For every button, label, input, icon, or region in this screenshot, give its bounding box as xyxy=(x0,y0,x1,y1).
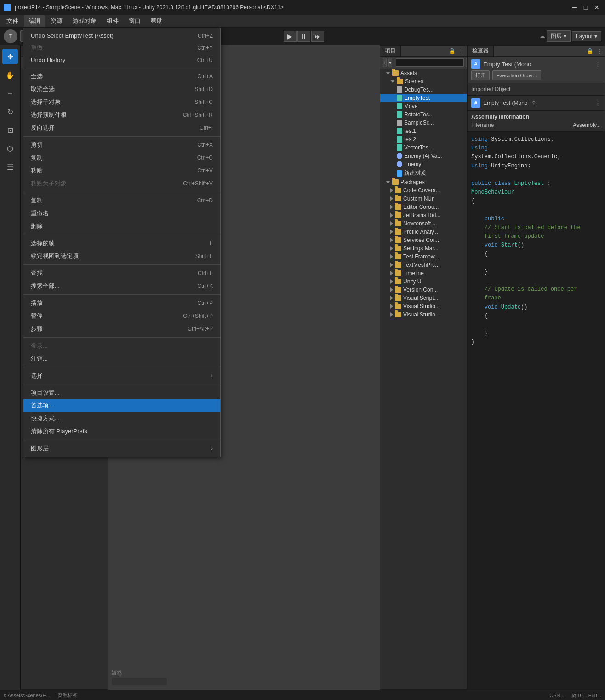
inspector-open-button[interactable]: 打开 xyxy=(471,70,490,80)
menu-window[interactable]: 窗口 xyxy=(124,15,145,27)
layout-dropdown[interactable]: Layout ▾ xyxy=(572,31,601,41)
inspector-tab[interactable]: 检查器 xyxy=(468,46,494,56)
project-scenes-folder[interactable]: Scenes xyxy=(380,77,467,86)
project-down-btn[interactable]: ▾ xyxy=(388,58,392,67)
menu-help[interactable]: 帮助 xyxy=(146,15,167,27)
menu-clear-playerprefs[interactable]: 清除所有 PlayerPrefs xyxy=(23,425,220,438)
project-profileanalyzer[interactable]: Profile Analy... xyxy=(380,228,467,236)
menu-gameobject[interactable]: 游戏对象 xyxy=(68,15,101,27)
project-lock-icon[interactable]: 🔒 xyxy=(447,48,457,54)
project-testframework[interactable]: Test Framew... xyxy=(380,252,467,261)
menu-shortcuts[interactable]: 快捷方式... xyxy=(23,412,220,425)
visualstudio1-triangle[interactable] xyxy=(390,304,393,309)
game-scrollbar[interactable] xyxy=(112,678,167,685)
project-enemy[interactable]: Enemy xyxy=(380,160,467,168)
project-textmesh[interactable]: TextMeshPrc... xyxy=(380,261,467,269)
codecoverage-triangle[interactable] xyxy=(390,188,393,193)
minimize-button[interactable]: ─ xyxy=(570,3,579,12)
unityui-triangle[interactable] xyxy=(390,279,393,284)
project-services[interactable]: Services Cor... xyxy=(380,236,467,244)
project-settings[interactable]: Settings Mar... xyxy=(380,244,467,252)
visualstudio2-triangle[interactable] xyxy=(390,312,393,317)
project-assets-folder[interactable]: Assets xyxy=(380,69,467,77)
inspector-execution-order-button[interactable]: Execution Order... xyxy=(492,70,541,80)
project-search[interactable] xyxy=(396,58,464,67)
menu-project-settings[interactable]: 项目设置... xyxy=(23,386,220,399)
project-tab[interactable]: 项目 xyxy=(380,46,401,56)
step-button[interactable]: ⏭ xyxy=(311,31,324,42)
menu-frame-selected[interactable]: 选择的帧 F xyxy=(23,237,220,250)
tool-hand[interactable]: ✋ xyxy=(2,67,18,83)
project-editorcorou[interactable]: Editor Corou... xyxy=(380,203,467,211)
menu-duplicate[interactable]: 复制 Ctrl+D xyxy=(23,194,220,207)
menu-lock-view[interactable]: 锁定视图到选定项 Shift+F xyxy=(23,250,220,263)
project-add-btn[interactable]: + xyxy=(383,58,387,67)
close-button[interactable]: ✕ xyxy=(592,3,601,12)
project-test1[interactable]: test1 xyxy=(380,127,467,135)
menu-undo-history[interactable]: Undo History Ctrl+U xyxy=(23,54,220,66)
jetbrains-triangle[interactable] xyxy=(390,213,393,218)
tool-rotate[interactable]: ↻ xyxy=(2,104,18,120)
project-timeline[interactable]: Timeline xyxy=(380,269,467,277)
project-packages-folder[interactable]: Packages xyxy=(380,178,467,186)
project-codecoverage[interactable]: Code Covera... xyxy=(380,186,467,195)
menu-pause[interactable]: 暂停 Ctrl+Shift+P xyxy=(23,310,220,322)
packages-triangle[interactable] xyxy=(386,181,390,184)
menu-file[interactable]: 文件 xyxy=(2,15,23,27)
scenes-triangle[interactable] xyxy=(390,80,395,83)
project-visualscript[interactable]: Visual Script... xyxy=(380,294,467,302)
settings-triangle[interactable] xyxy=(390,246,393,251)
menu-component[interactable]: 组件 xyxy=(102,15,123,27)
menu-search-all[interactable]: 搜索全部... Ctrl+K xyxy=(23,280,220,293)
services-triangle[interactable] xyxy=(390,238,393,242)
menu-find[interactable]: 查找 Ctrl+F xyxy=(23,267,220,280)
menu-deselect-all[interactable]: 取消全选 Shift+D xyxy=(23,83,220,96)
inspector-more-icon[interactable]: ⋮ xyxy=(595,48,605,54)
menu-select[interactable]: 选择 › xyxy=(23,369,220,382)
menu-assets[interactable]: 资源 xyxy=(46,15,67,27)
menu-delete[interactable]: 删除 xyxy=(23,220,220,233)
play-button[interactable]: ▶ xyxy=(284,31,297,42)
project-newtonsoft[interactable]: Newtonsoft ... xyxy=(380,219,467,228)
menu-select-children[interactable]: 选择子对象 Shift+C xyxy=(23,96,220,109)
project-visualstudio2[interactable]: Visual Studio... xyxy=(380,310,467,319)
inspector-lock-icon[interactable]: 🔒 xyxy=(585,48,595,54)
project-more-icon[interactable]: ⋮ xyxy=(457,48,467,54)
menu-signout[interactable]: 注销... xyxy=(23,352,220,365)
visualscript-triangle[interactable] xyxy=(390,296,393,300)
tool-rect[interactable]: ⬡ xyxy=(2,141,18,156)
menu-preferences[interactable]: 首选项... xyxy=(23,399,220,412)
menu-play[interactable]: 播放 Ctrl+P xyxy=(23,297,220,310)
user-avatar[interactable]: T xyxy=(4,29,17,43)
project-enemy4va[interactable]: Enemy (4) Va... xyxy=(380,152,467,160)
project-rotatetest[interactable]: RotateTes... xyxy=(380,110,467,119)
tool-scale[interactable]: ⊡ xyxy=(2,122,18,138)
versioncontrol-triangle[interactable] xyxy=(390,287,393,292)
assets-triangle[interactable] xyxy=(386,72,390,75)
newtonsoft-triangle[interactable] xyxy=(390,221,393,226)
timeline-triangle[interactable] xyxy=(390,271,393,275)
project-unityui[interactable]: Unity UI xyxy=(380,277,467,286)
menu-undo[interactable]: Undo Select EmptyTest (Asset) Ctrl+Z xyxy=(23,30,220,41)
pause-button[interactable]: ⏸ xyxy=(297,31,310,42)
project-debugtest[interactable]: DebugTes... xyxy=(380,86,467,94)
menu-paste[interactable]: 粘贴 Ctrl+V xyxy=(23,164,220,177)
project-customnur[interactable]: Custom NUr xyxy=(380,195,467,203)
menu-cut[interactable]: 剪切 Ctrl+X xyxy=(23,138,220,151)
menu-rename[interactable]: 重命名 xyxy=(23,207,220,220)
project-jetbrains[interactable]: JetBrains Rid... xyxy=(380,211,467,219)
menu-invert-selection[interactable]: 反向选择 Ctrl+I xyxy=(23,121,220,134)
inspector-kebab-icon[interactable]: ⋮ xyxy=(595,61,601,68)
profileanalyzer-triangle[interactable] xyxy=(390,230,393,234)
empty-test-question[interactable]: ? xyxy=(532,100,535,107)
project-versioncontrol[interactable]: Version Con... xyxy=(380,286,467,294)
menu-graphics-layer[interactable]: 图形层 › xyxy=(23,442,220,455)
maximize-button[interactable]: □ xyxy=(581,3,590,12)
tool-translate[interactable]: ↔ xyxy=(2,86,18,101)
project-visualstudio1[interactable]: Visual Studio... xyxy=(380,302,467,310)
project-move[interactable]: Move xyxy=(380,102,467,110)
empty-test-kebab[interactable]: ⋮ xyxy=(595,100,601,107)
customnur-triangle[interactable] xyxy=(390,196,393,201)
project-test2[interactable]: test2 xyxy=(380,135,467,143)
project-vectortest[interactable]: VectorTes... xyxy=(380,143,467,152)
